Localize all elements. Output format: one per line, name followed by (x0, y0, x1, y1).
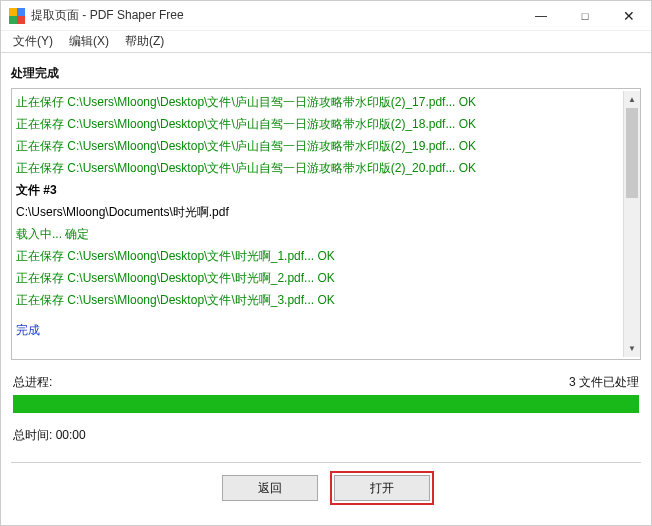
close-button[interactable]: ✕ (607, 1, 651, 31)
scrollbar[interactable]: ▲ ▼ (623, 91, 640, 357)
total-time-label: 总时间: 00:00 (13, 427, 639, 444)
log-line: 正在保存 C:\Users\Mloong\Desktop\文件\时光啊_3.pd… (16, 289, 623, 311)
svg-rect-2 (9, 16, 17, 24)
back-button[interactable]: 返回 (222, 475, 318, 501)
log-done: 完成 (16, 319, 623, 341)
log-file-path: C:\Users\Mloong\Documents\时光啊.pdf (16, 201, 623, 223)
log-line: 正在保存 C:\Users\Mloong\Desktop\文件\庐山自驾一日游攻… (16, 113, 623, 135)
scroll-thumb[interactable] (626, 108, 638, 198)
log-file-header: 文件 #3 (16, 179, 623, 201)
svg-rect-3 (17, 16, 25, 24)
svg-rect-1 (17, 8, 25, 16)
divider (11, 462, 641, 463)
log-line: 正在保存 C:\Users\Mloong\Desktop\文件\时光啊_1.pd… (16, 245, 623, 267)
log-caret-input[interactable] (16, 343, 623, 357)
log-line: 止在保仔 C:\Users\Mloong\Desktop\文件\庐山目驾一日游攻… (16, 91, 623, 113)
progress-bar (13, 395, 639, 413)
button-row: 返回 打开 (11, 475, 641, 511)
processing-done-label: 处理完成 (11, 65, 641, 82)
log-loading: 载入中... 确定 (16, 223, 623, 245)
log-output[interactable]: 止在保仔 C:\Users\Mloong\Desktop\文件\庐山目驾一日游攻… (11, 88, 641, 360)
app-icon (9, 8, 25, 24)
log-line: 正在保存 C:\Users\Mloong\Desktop\文件\庐山自驾一日游攻… (16, 157, 623, 179)
title-bar: 提取页面 - PDF Shaper Free — □ ✕ (1, 1, 651, 31)
log-line: 正在保存 C:\Users\Mloong\Desktop\文件\时光啊_2.pd… (16, 267, 623, 289)
window-title: 提取页面 - PDF Shaper Free (31, 7, 184, 24)
scroll-track[interactable] (624, 108, 640, 340)
log-lines: 止在保仔 C:\Users\Mloong\Desktop\文件\庐山目驾一日游攻… (16, 91, 623, 357)
scroll-up-icon[interactable]: ▲ (624, 91, 640, 108)
open-button[interactable]: 打开 (334, 475, 430, 501)
menu-file[interactable]: 文件(Y) (5, 31, 61, 52)
files-processed-label: 3 文件已处理 (569, 374, 639, 391)
maximize-button[interactable]: □ (563, 1, 607, 31)
menu-help[interactable]: 帮助(Z) (117, 31, 172, 52)
scroll-down-icon[interactable]: ▼ (624, 340, 640, 357)
svg-rect-0 (9, 8, 17, 16)
minimize-button[interactable]: — (519, 1, 563, 31)
status-row: 总进程: 3 文件已处理 (13, 374, 639, 391)
content-area: 处理完成 止在保仔 C:\Users\Mloong\Desktop\文件\庐山目… (1, 53, 651, 511)
menu-edit[interactable]: 编辑(X) (61, 31, 117, 52)
menu-bar: 文件(Y) 编辑(X) 帮助(Z) (1, 31, 651, 53)
log-line: 正在保存 C:\Users\Mloong\Desktop\文件\庐山自驾一日游攻… (16, 135, 623, 157)
total-progress-label: 总进程: (13, 374, 52, 391)
